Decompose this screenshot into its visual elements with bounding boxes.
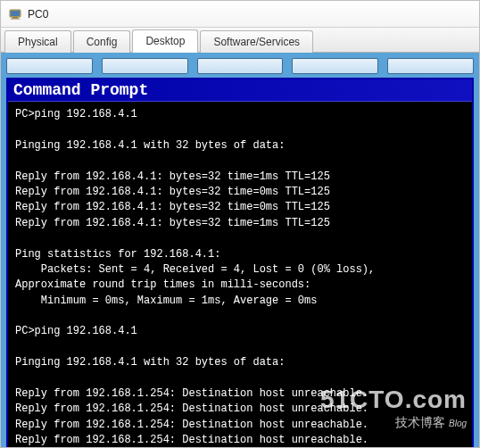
command-prompt-output[interactable]: PC>ping 192.168.4.1 Pinging 192.168.4.1 … [8, 102, 472, 447]
tab-config[interactable]: Config [73, 30, 131, 53]
tab-physical[interactable]: Physical [4, 30, 71, 53]
command-prompt-window: Command Prompt PC>ping 192.168.4.1 Pingi… [6, 78, 474, 447]
tab-desktop[interactable]: Desktop [132, 29, 198, 53]
app-icon [8, 7, 22, 21]
desktop-shortcut[interactable] [387, 58, 474, 74]
svg-rect-3 [11, 18, 20, 19]
window-title: PC0 [28, 8, 48, 21]
desktop-shortcut[interactable] [292, 58, 378, 74]
desktop-shortcut[interactable] [102, 58, 188, 74]
tab-software-services[interactable]: Software/Services [200, 30, 313, 53]
tab-bar: Physical Config Desktop Software/Service… [1, 28, 479, 53]
desktop-shortcut-row [6, 58, 474, 74]
titlebar: PC0 [1, 1, 479, 28]
desktop-shortcut[interactable] [6, 58, 93, 74]
desktop-shortcut[interactable] [197, 58, 284, 74]
desktop-content: Command Prompt PC>ping 192.168.4.1 Pingi… [1, 53, 479, 447]
command-prompt-title: Command Prompt [8, 79, 472, 102]
svg-rect-1 [11, 11, 20, 16]
app-window: PC0 Physical Config Desktop Software/Ser… [0, 0, 480, 448]
svg-rect-2 [12, 17, 18, 19]
